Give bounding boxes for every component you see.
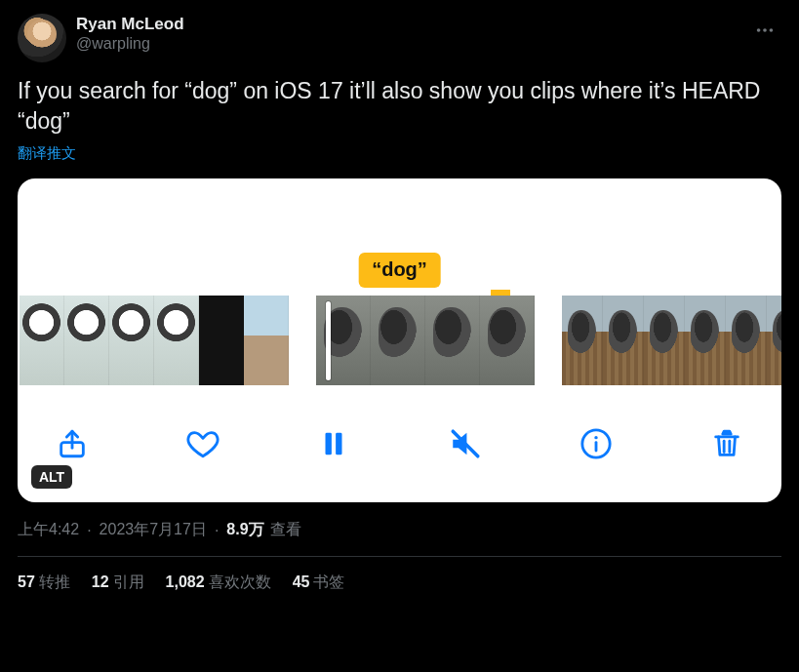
clip-frame [767,296,781,385]
retweets-label: 转推 [39,573,70,590]
pause-icon [317,427,350,460]
media-top: “dog” [18,178,781,296]
tweet-meta: 上午4:42 · 2023年7月17日 · 8.9万 查看 [18,520,781,540]
clip-frame [154,296,199,385]
translate-link[interactable]: 翻译推文 [18,144,76,163]
svg-point-1 [763,28,767,32]
svg-rect-4 [326,433,332,455]
tweet-text: If you search for “dog” on iOS 17 it’ll … [18,76,781,137]
tweet: Ryan McLeod @warpling If you search for … [0,0,799,601]
clip-group[interactable] [20,296,289,385]
svg-rect-5 [337,433,342,455]
alt-badge[interactable]: ALT [31,465,72,489]
tweet-date[interactable]: 2023年7月17日 [100,520,207,540]
share-icon [56,427,89,460]
svg-point-9 [594,436,597,439]
clip-frame [371,296,425,385]
media-card[interactable]: “dog” [18,178,781,502]
heart-icon [186,427,220,460]
clip-frame [425,296,480,385]
likes-label: 喜欢次数 [209,573,271,590]
pause-button[interactable] [312,422,355,465]
clip-frame [480,296,535,385]
views-label: 查看 [270,520,301,540]
quotes-count: 12 [92,573,109,590]
mute-button[interactable] [444,422,487,465]
clip-frame [644,296,685,385]
clip-frame [562,296,603,385]
info-button[interactable] [575,422,618,465]
views-count: 8.9万 [226,520,263,540]
author-handle: @warpling [76,34,184,54]
bookmarks-stat[interactable]: 45书签 [293,573,345,593]
svg-point-2 [770,28,774,32]
quotes-label: 引用 [113,573,144,590]
bookmarks-count: 45 [293,573,310,590]
trash-icon [710,427,743,460]
playhead[interactable] [326,301,331,380]
likes-count: 1,082 [166,573,205,590]
share-button[interactable] [51,422,94,465]
clip-frame [64,296,109,385]
clip-frame [726,296,767,385]
clip-group[interactable] [562,296,781,385]
like-button[interactable] [181,422,224,465]
mute-icon [449,427,482,460]
clip-frame [603,296,644,385]
svg-point-0 [757,28,761,32]
transcript-chip: “dog” [358,253,441,288]
tweet-stats: 57转推 12引用 1,082喜欢次数 45书签 [18,557,781,593]
author-name: Ryan McLeod [76,14,184,34]
tweet-header: Ryan McLeod @warpling [18,14,781,62]
info-icon [579,427,613,460]
clip-frame [199,296,244,385]
timeline-strip[interactable] [18,296,781,385]
more-button[interactable] [748,14,781,47]
media-toolbar [18,385,781,502]
clip-frame [20,296,64,385]
likes-stat[interactable]: 1,082喜欢次数 [166,573,271,593]
clip-frame [109,296,154,385]
separator-dot: · [85,522,93,539]
tweet-time[interactable]: 上午4:42 [18,520,79,540]
bookmarks-label: 书签 [313,573,344,590]
more-icon [754,20,776,41]
clip-frame [316,296,371,385]
separator-dot: · [213,522,220,539]
author-block[interactable]: Ryan McLeod @warpling [76,14,184,54]
quotes-stat[interactable]: 12引用 [92,573,144,593]
avatar[interactable] [18,14,66,62]
clip-frame [685,296,726,385]
clip-frame [244,296,289,385]
retweets-stat[interactable]: 57转推 [18,573,70,593]
retweets-count: 57 [18,573,35,590]
trash-button[interactable] [705,422,748,465]
clip-group[interactable] [316,296,535,385]
